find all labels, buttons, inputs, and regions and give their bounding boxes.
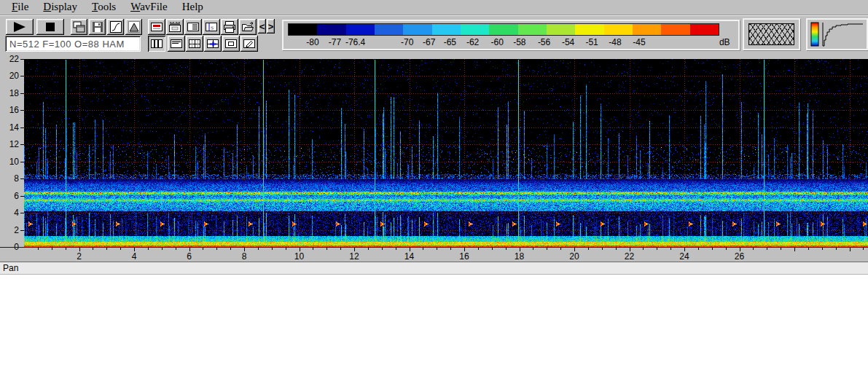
menu-help[interactable]: Help xyxy=(175,0,211,15)
x-axis-tick xyxy=(450,248,451,250)
prev-icon: < xyxy=(259,22,265,31)
x-axis-tick xyxy=(93,248,93,250)
x-axis-tick xyxy=(643,248,644,250)
transfer-curve-button[interactable] xyxy=(107,19,124,35)
menu-wavfile[interactable]: WavFile xyxy=(123,0,174,15)
x-axis-tick xyxy=(712,248,713,250)
status-bar: Pan xyxy=(0,262,868,275)
spectrum-view-button[interactable] xyxy=(166,19,184,35)
x-axis-tick xyxy=(66,248,66,250)
open-icon xyxy=(241,21,254,33)
x-axis-tick xyxy=(616,248,617,250)
x-axis-label: 6 xyxy=(187,251,192,262)
view-grid-cross-button[interactable] xyxy=(204,36,222,52)
x-axis-tick xyxy=(272,248,273,250)
view-box-button[interactable] xyxy=(222,36,240,52)
duplicate-window-button[interactable] xyxy=(71,19,87,35)
viewlines-icon xyxy=(170,38,183,50)
x-axis-label: 26 xyxy=(735,251,744,262)
y-axis-label: 10 xyxy=(0,157,19,166)
window-function-panel[interactable] xyxy=(743,18,800,50)
x-axis-tick xyxy=(327,248,327,250)
x-axis-tick xyxy=(216,248,217,250)
transfer-curve-panel[interactable] xyxy=(806,18,868,50)
x-axis-tick xyxy=(533,248,533,250)
waveview-icon xyxy=(150,21,163,33)
x-axis-tick xyxy=(850,248,851,251)
x-axis-tick xyxy=(478,248,479,250)
menu-file[interactable]: File xyxy=(4,0,36,15)
x-axis-tick xyxy=(106,248,107,250)
menu-tools[interactable]: Tools xyxy=(85,0,123,15)
waveform-view-button[interactable] xyxy=(148,19,165,35)
x-axis-tick xyxy=(781,248,781,250)
annotate-icon xyxy=(243,38,256,50)
colorbar-tick-label: -54 xyxy=(562,37,574,47)
scale-view-button[interactable]: s xyxy=(203,19,220,35)
x-axis-tick xyxy=(657,248,657,250)
x-axis-tick xyxy=(382,248,383,250)
y-axis-label: 18 xyxy=(0,89,19,98)
print-button[interactable] xyxy=(221,19,238,35)
toolbar: N=512 F=100 O=88 HAM -80-77-76.4-70-67-6… xyxy=(0,15,868,55)
x-axis-tick xyxy=(863,248,864,250)
x-axis: 2468101214161820222426 xyxy=(0,247,868,262)
next-button[interactable]: > xyxy=(267,19,275,34)
x-axis-tick xyxy=(588,248,589,250)
fft-settings-text: N=512 F=100 O=88 HAM xyxy=(9,39,125,50)
colorbar-tick-label: -76.4 xyxy=(345,37,365,47)
view-grid-button[interactable] xyxy=(186,36,203,52)
view-lines-button[interactable] xyxy=(168,36,185,52)
open-button[interactable] xyxy=(239,19,257,35)
curve-icon xyxy=(110,21,122,33)
status-text: Pan xyxy=(3,263,18,273)
window-shape-button[interactable] xyxy=(125,19,142,35)
y-axis-label: 4 xyxy=(0,208,19,217)
colorbar-unit-label: dB xyxy=(719,37,730,47)
x-axis-tick xyxy=(258,248,259,250)
x-axis-label: 12 xyxy=(349,251,359,262)
x-axis-tick xyxy=(230,248,231,250)
copywin-icon xyxy=(73,21,85,33)
spectrogram-panel: 2220181614121086420 24681012141618202224… xyxy=(0,55,868,262)
fft-settings-field[interactable]: N=512 F=100 O=88 HAM xyxy=(5,36,141,52)
viewgrid-icon xyxy=(188,38,201,50)
x-axis-label: 20 xyxy=(569,251,579,262)
x-axis-tick xyxy=(670,248,671,250)
play-button[interactable] xyxy=(6,19,34,35)
menu-display[interactable]: Display xyxy=(36,0,85,15)
print-icon xyxy=(223,21,236,33)
annotate-button[interactable] xyxy=(241,36,258,52)
colorbar-tick-label: -80 xyxy=(306,37,318,47)
x-axis-tick xyxy=(808,248,809,250)
x-axis-tick xyxy=(836,248,837,250)
x-axis-tick xyxy=(547,248,547,250)
x-axis-tick xyxy=(794,248,795,251)
x-axis-tick xyxy=(148,248,149,250)
x-axis-tick xyxy=(340,248,341,250)
y-axis-label: 6 xyxy=(0,192,19,200)
x-axis-label: 14 xyxy=(404,251,414,262)
viewbars-icon xyxy=(150,38,163,50)
x-axis-tick xyxy=(560,248,561,250)
menu-bar: FileDisplayToolsWavFileHelp xyxy=(0,0,868,15)
colorbar-tick-label: -56 xyxy=(538,37,550,47)
save-button[interactable] xyxy=(89,19,106,35)
colorbar-tick-label: -51 xyxy=(585,37,598,47)
colorbar-tick-label: -65 xyxy=(444,37,456,47)
play-icon xyxy=(12,22,28,32)
scaleview-icon: s xyxy=(205,21,218,33)
x-axis-tick xyxy=(52,248,52,250)
spectrogram-view-button[interactable] xyxy=(184,19,202,35)
app-window: FileDisplayToolsWavFileHelp N=512 F=100 … xyxy=(0,0,868,373)
y-axis-label: 16 xyxy=(0,106,19,114)
spectrogram-canvas[interactable] xyxy=(24,59,868,247)
prev-button[interactable]: < xyxy=(258,19,266,34)
stop-button[interactable] xyxy=(36,19,64,35)
svg-text:s: s xyxy=(211,23,214,31)
colorbar-tick-label: -70 xyxy=(401,37,413,47)
view-bars-button[interactable] xyxy=(148,36,165,52)
colorbar-tick-label: -58 xyxy=(513,37,525,47)
colorbar-tick-label: -60 xyxy=(491,37,504,47)
sgramview-icon xyxy=(187,21,200,33)
